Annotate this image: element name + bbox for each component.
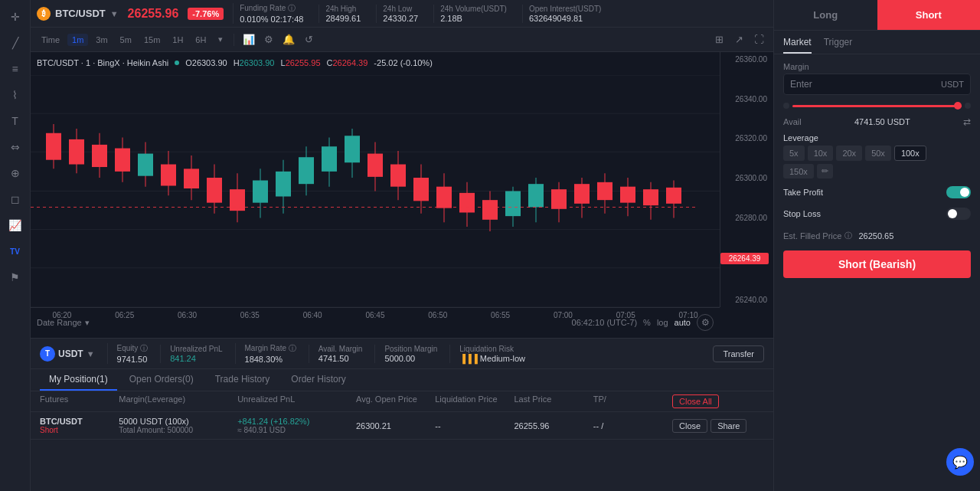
indicator-icon[interactable]: 📈 [5, 214, 26, 236]
coin-info: ₿ BTC/USDT ▼ [37, 7, 119, 21]
interval-15m[interactable]: 15m [139, 34, 165, 46]
funding-rate-label: Funding Rate ⓘ [240, 3, 303, 14]
chat-button[interactable]: 💬 [946, 448, 974, 476]
btc-icon: ₿ [37, 7, 51, 21]
channel-tool-icon[interactable]: ≡ [5, 58, 26, 80]
unrealized-pnl-value: 841.24 [170, 354, 222, 363]
open-interest-label: Open Interest(USDT) [529, 5, 601, 13]
table-header: Futures Margin(Leverage) Unrealized PnL … [31, 391, 773, 412]
tab-order-history[interactable]: Order History [282, 369, 354, 391]
indicator-tool-icon[interactable]: 📊 [240, 31, 257, 48]
leverage-5x[interactable]: 5x [783, 146, 805, 161]
cursor-icon[interactable]: ✛ [5, 6, 26, 28]
account-icon: T [40, 346, 55, 362]
take-profit-toggle[interactable] [946, 186, 971, 198]
margin-input-field[interactable]: Enter USDT [783, 74, 971, 95]
stop-loss-toggle[interactable] [946, 208, 971, 220]
fib-tool-icon[interactable]: ⌇ [5, 84, 26, 106]
interval-3m[interactable]: 3m [91, 34, 112, 46]
short-bearish-button[interactable]: Short (Bearish) [783, 250, 971, 278]
margin-rate-value: 1848.30% [245, 355, 296, 364]
svg-rect-40 [161, 165, 176, 186]
position-margin-value: 5000.00 [384, 354, 437, 363]
svg-rect-47 [322, 146, 337, 172]
price-level-3: 26320.00 [720, 134, 770, 142]
leverage-20x[interactable]: 20x [836, 146, 862, 161]
layout-icon[interactable]: ⊞ [710, 31, 727, 48]
svg-rect-36 [69, 139, 84, 165]
log-label[interactable]: log [657, 318, 668, 327]
leverage-100x[interactable]: 100x [894, 146, 926, 161]
measure-tool-icon[interactable]: ⇔ [5, 136, 26, 158]
transfer-arrows-icon[interactable]: ⇄ [963, 116, 971, 127]
more-intervals[interactable]: ▾ [214, 33, 227, 46]
long-short-tabs: Long Short [774, 0, 980, 31]
est-price-label: Est. Filled Price [783, 231, 841, 241]
slider-thumb[interactable] [954, 102, 962, 110]
slider-track[interactable] [792, 105, 962, 107]
trigger-tab[interactable]: Trigger [824, 37, 853, 54]
shape-tool-icon[interactable]: ◻ [5, 188, 26, 210]
svg-rect-58 [574, 184, 590, 204]
text-tool-icon[interactable]: T [5, 110, 26, 132]
alert-icon[interactable]: 🔔 [280, 31, 297, 48]
interval-5m[interactable]: 5m [116, 34, 136, 46]
account-currency-badge[interactable]: T USDT ▼ [40, 346, 95, 362]
interval-6h[interactable]: 6H [191, 34, 211, 46]
svg-rect-56 [528, 184, 544, 207]
24h-low-stat: 24h Low 24330.27 [376, 5, 424, 23]
market-tab[interactable]: Market [783, 37, 812, 54]
avail-margin-value: 4741.50 [318, 354, 363, 363]
take-profit-label: Take Profit [783, 188, 823, 197]
long-tab[interactable]: Long [774, 0, 877, 30]
positions-table: Futures Margin(Leverage) Unrealized PnL … [31, 391, 773, 491]
leverage-10x[interactable]: 10x [808, 146, 834, 161]
replay-icon[interactable]: ↺ [300, 31, 317, 48]
td-avg-open-price: 26300.21 [356, 421, 435, 430]
interval-1h[interactable]: 1H [168, 34, 188, 46]
tab-trade-history[interactable]: Trade History [206, 369, 279, 391]
zoom-tool-icon[interactable]: ⊕ [5, 162, 26, 184]
futures-pair: BTC/USDT [40, 417, 119, 426]
auto-label[interactable]: auto [675, 318, 691, 327]
est-price-row: Est. Filled Price ⓘ 26250.65 [783, 227, 971, 244]
svg-rect-39 [138, 154, 153, 176]
top-bar: ₿ BTC/USDT ▼ 26255.96 -7.76% Funding Rat… [31, 0, 773, 28]
leverage-50x[interactable]: 50x [865, 146, 891, 161]
th-unrealized: Unrealized PnL [237, 394, 356, 408]
tab-my-position[interactable]: My Position(1) [40, 369, 117, 391]
close-position-button[interactable]: Close [672, 419, 707, 433]
margin-suffix: USDT [941, 80, 964, 89]
avail-value: 4741.50 USDT [854, 117, 910, 126]
td-liquidation-price: -- [435, 421, 514, 430]
flag-icon[interactable]: ⚑ [5, 267, 26, 288]
pair-name[interactable]: BTC/USDT [55, 8, 106, 19]
transfer-button[interactable]: Transfer [713, 345, 764, 362]
svg-rect-48 [345, 136, 360, 162]
timestamp-display: 06:42:10 (UTC-7) [572, 318, 638, 327]
short-tab[interactable]: Short [877, 0, 981, 30]
24h-volume-value: 2.18B [440, 14, 507, 23]
svg-rect-45 [276, 172, 291, 197]
settings-icon[interactable]: ⚙ [697, 314, 714, 331]
avail-margin-stat: Avail. Margin 4741.50 [309, 345, 363, 363]
chart-area[interactable]: BTC/USDT · 1 · BingX · Heikin Ashi O2630… [31, 52, 773, 338]
line-tool-icon[interactable]: ╱ [5, 32, 26, 54]
close-all-button[interactable]: Close All [672, 394, 719, 408]
margin-slider[interactable] [783, 101, 971, 110]
share-chart-icon[interactable]: ↗ [730, 31, 747, 48]
leverage-150x[interactable]: 150x [783, 164, 814, 178]
main-price: 26255.96 [128, 7, 179, 21]
interval-1m[interactable]: 1m [67, 34, 88, 46]
fullscreen-icon[interactable]: ⛶ [750, 31, 767, 48]
equity-label: Equity ⓘ [117, 343, 149, 354]
share-position-button[interactable]: Share [710, 419, 746, 433]
edit-leverage-button[interactable]: ✏ [817, 164, 833, 178]
strategy-icon[interactable]: ⚙ [260, 31, 277, 48]
margin-placeholder: Enter [790, 79, 812, 90]
tab-open-orders[interactable]: Open Orders(0) [120, 369, 203, 391]
svg-rect-42 [207, 178, 222, 203]
date-range-button[interactable]: Date Range ▾ [37, 318, 90, 328]
total-amount: Total Amount: 500000 [119, 426, 237, 434]
available-row: Avail 4741.50 USDT ⇄ [783, 116, 971, 127]
